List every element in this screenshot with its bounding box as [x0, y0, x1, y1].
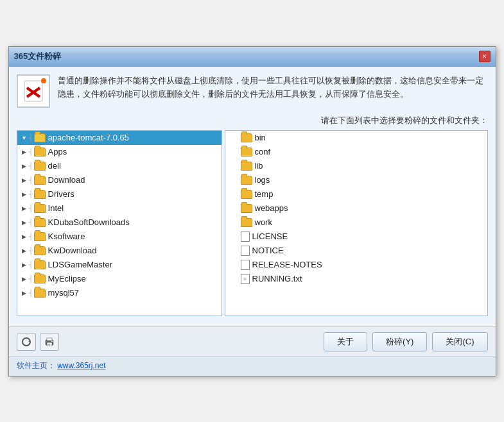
folder-icon	[241, 176, 252, 185]
tree-item[interactable]: ▶┤LDSGameMaster	[17, 258, 222, 272]
svg-rect-7	[48, 344, 51, 344]
tree-item-label: LDSGameMaster	[48, 260, 112, 269]
tree-item[interactable]: ▶┤mysql57	[17, 286, 222, 300]
folder-icon	[34, 204, 46, 213]
expand-icon[interactable]: ▶	[20, 276, 29, 282]
tree-item[interactable]: ▶┤Apps	[17, 145, 222, 159]
tree-item-label: Intel	[48, 203, 64, 213]
file-item-label: conf	[255, 147, 271, 156]
info-section: 普通的删除操作并不能将文件从磁盘上彻底清除，使用一些工具往往可以恢复被删除的数据…	[17, 74, 488, 108]
expand-icon[interactable]: ▶	[20, 233, 29, 240]
close-button[interactable]: 关闭(C)	[432, 332, 487, 351]
file-item-label: NOTICE	[252, 246, 284, 255]
tree-connector: ┤	[29, 148, 33, 155]
left-tree-panel[interactable]: ▼┤apache-tomcat-7.0.65▶┤Apps▶┤dell▶┤Down…	[17, 130, 222, 316]
shred-button[interactable]: 粉碎(Y)	[372, 332, 427, 351]
expand-icon[interactable]: ▶	[20, 262, 29, 268]
file-item-label: logs	[255, 175, 270, 185]
right-detail-panel[interactable]: binconfliblogstempwebappsworkLICENSENOTI…	[225, 130, 488, 316]
expand-icon[interactable]: ▶	[20, 163, 29, 169]
folder-icon	[34, 260, 46, 269]
file-item-label: webapps	[255, 203, 288, 213]
file-item[interactable]: LICENSE	[225, 230, 487, 244]
folder-icon	[34, 246, 46, 255]
file-item[interactable]: temp	[225, 187, 487, 201]
tree-item[interactable]: ▶┤MyEclipse	[17, 272, 222, 286]
tree-connector: ┤	[29, 190, 33, 198]
expand-icon[interactable]: ▶	[20, 290, 29, 296]
tree-connector: ┤	[29, 134, 33, 141]
close-window-button[interactable]: ×	[479, 51, 491, 62]
folder-icon	[241, 190, 252, 199]
tree-item-label: Apps	[48, 147, 67, 156]
toolbar-icons	[17, 333, 59, 351]
footer-label: 软件主页：	[17, 361, 55, 370]
footer-url[interactable]: www.365rj.net	[57, 361, 105, 370]
file-item[interactable]: NOTICE	[225, 244, 487, 258]
tree-item-label: Download	[48, 175, 85, 185]
tree-item-label: apache-tomcat-7.0.65	[48, 133, 129, 142]
file-panels: ▼┤apache-tomcat-7.0.65▶┤Apps▶┤dell▶┤Down…	[17, 130, 488, 316]
expand-icon[interactable]: ▶	[20, 191, 29, 198]
file-item[interactable]: work	[225, 215, 487, 230]
tree-item[interactable]: ▶┤dell	[17, 159, 222, 173]
tree-item-label: KwDownload	[48, 246, 97, 255]
tree-item[interactable]: ▶┤Ksoftware	[17, 230, 222, 244]
folder-icon	[241, 218, 252, 227]
about-button[interactable]: 关于	[324, 332, 367, 351]
tree-connector: ┤	[29, 205, 33, 212]
expand-icon[interactable]: ▶	[20, 219, 29, 226]
file-item-label: RELEASE-NOTES	[252, 260, 322, 269]
tree-item[interactable]: ▶┤KDubaSoftDownloads	[17, 215, 222, 230]
tree-connector: ┤	[29, 247, 33, 254]
expand-icon[interactable]: ▶	[20, 177, 29, 183]
print-button[interactable]	[40, 333, 59, 351]
file-item[interactable]: logs	[225, 173, 487, 187]
tree-item[interactable]: ▶┤KwDownload	[17, 244, 222, 258]
folder-icon	[34, 148, 46, 156]
refresh-icon	[21, 337, 31, 347]
folder-icon	[241, 148, 252, 156]
folder-icon	[241, 204, 252, 213]
file-icon	[241, 232, 250, 242]
tree-connector: ┤	[29, 233, 33, 240]
file-item[interactable]: bin	[225, 131, 487, 145]
tree-connector: ┤	[29, 162, 33, 169]
folder-icon	[34, 133, 46, 142]
folder-icon	[241, 133, 252, 142]
file-item[interactable]: ≡RUNNING.txt	[225, 272, 487, 286]
tree-item[interactable]: ▶┤Intel	[17, 201, 222, 215]
tree-connector: ┤	[29, 289, 33, 296]
print-icon	[44, 337, 55, 347]
refresh-button[interactable]	[17, 333, 36, 351]
tree-item-label: KDubaSoftDownloads	[48, 217, 130, 227]
tree-item[interactable]: ▼┤apache-tomcat-7.0.65	[17, 131, 222, 145]
folder-icon	[34, 176, 46, 185]
expand-icon[interactable]: ▶	[20, 248, 29, 254]
footer: 软件主页： www.365rj.net	[9, 357, 496, 376]
svg-rect-8	[48, 344, 50, 345]
tree-item-label: Drivers	[48, 189, 74, 199]
folder-icon	[34, 289, 46, 298]
expand-icon[interactable]: ▶	[20, 149, 29, 155]
svg-rect-5	[47, 338, 52, 341]
select-label: 请在下面列表中选择要粉碎的文件和文件夹：	[17, 115, 488, 126]
file-item[interactable]: RELEASE-NOTES	[225, 258, 487, 272]
action-buttons: 关于 粉碎(Y) 关闭(C)	[324, 332, 487, 351]
expand-icon[interactable]: ▼	[20, 135, 29, 141]
window-title: 365文件粉碎	[14, 51, 62, 62]
file-item-label: temp	[255, 189, 274, 199]
tree-connector: ┤	[29, 219, 33, 226]
folder-icon	[34, 218, 46, 227]
file-icon	[241, 246, 250, 256]
tree-item-label: Ksoftware	[48, 232, 85, 241]
file-item[interactable]: webapps	[225, 201, 487, 215]
tree-item[interactable]: ▶┤Drivers	[17, 187, 222, 201]
expand-icon[interactable]: ▶	[20, 205, 29, 212]
tree-item-label: dell	[48, 161, 61, 171]
svg-point-9	[51, 341, 53, 342]
folder-icon	[34, 162, 46, 171]
tree-item[interactable]: ▶┤Download	[17, 173, 222, 187]
file-item[interactable]: conf	[225, 145, 487, 159]
file-item[interactable]: lib	[225, 159, 487, 173]
